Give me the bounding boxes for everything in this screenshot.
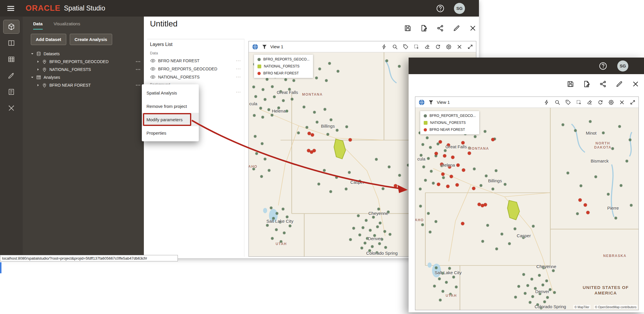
data-point-red[interactable] xyxy=(461,141,465,144)
filter-icon[interactable] xyxy=(428,99,434,105)
search-icon[interactable] xyxy=(392,44,398,50)
ellipsis-icon[interactable] xyxy=(235,89,241,95)
tree-item-national-forests[interactable]: NATIONAL_FORESTS xyxy=(23,65,144,73)
data-point-red[interactable] xyxy=(484,203,487,206)
datasets-table-icon[interactable] xyxy=(3,53,19,66)
data-point-red[interactable] xyxy=(472,187,475,190)
data-point-red[interactable] xyxy=(491,138,495,141)
rotate-icon[interactable] xyxy=(435,44,441,50)
globe-icon[interactable] xyxy=(252,43,259,50)
export-icon[interactable] xyxy=(420,24,428,32)
tree-item-bfro-reports-geocoded[interactable]: BFRO_REPORTS_GEOCODED xyxy=(23,58,144,65)
filter-icon[interactable] xyxy=(262,44,267,50)
data-point-red[interactable] xyxy=(313,149,316,152)
close-icon[interactable] xyxy=(619,99,625,105)
caret-down-icon[interactable] xyxy=(30,52,34,56)
help-icon[interactable] xyxy=(436,4,445,13)
eye-icon[interactable] xyxy=(150,66,156,72)
data-point-red[interactable] xyxy=(435,152,438,155)
menu-item-spatial-analysis[interactable]: Spatial Analysis xyxy=(142,86,199,99)
close-icon[interactable] xyxy=(469,24,477,32)
export-icon[interactable] xyxy=(583,80,591,88)
close-icon[interactable] xyxy=(457,44,462,50)
data-point-red[interactable] xyxy=(584,204,587,207)
rotate-icon[interactable] xyxy=(598,99,603,105)
gear-icon[interactable] xyxy=(446,44,452,50)
ellipsis-icon[interactable] xyxy=(135,67,141,72)
expand-icon[interactable] xyxy=(630,99,636,105)
data-point-red[interactable] xyxy=(348,138,352,142)
map-canvas[interactable]: Great FallsMONTANAHelenaculaMinotNORTH D… xyxy=(415,108,638,310)
ellipsis-icon[interactable] xyxy=(235,66,241,72)
edit-icon[interactable] xyxy=(453,24,460,32)
gear-icon[interactable] xyxy=(608,99,614,105)
ellipsis-icon[interactable] xyxy=(235,74,241,80)
tab-data[interactable]: Data xyxy=(33,21,43,30)
edit-icon[interactable] xyxy=(616,80,623,88)
tag-icon[interactable] xyxy=(403,44,409,50)
data-point-red[interactable] xyxy=(439,140,442,143)
tab-visualizations[interactable]: Visualizations xyxy=(54,21,80,30)
tag-icon[interactable] xyxy=(565,99,571,105)
ellipsis-icon[interactable] xyxy=(235,58,241,64)
add-dataset-button[interactable]: Add Dataset xyxy=(31,34,66,45)
bolt-icon[interactable] xyxy=(544,99,550,105)
globe-icon[interactable] xyxy=(418,99,425,106)
data-point-red[interactable] xyxy=(477,203,481,206)
data-point-red[interactable] xyxy=(443,154,446,158)
avatar[interactable]: SG xyxy=(454,3,465,14)
data-point-red[interactable] xyxy=(441,172,445,176)
close-icon[interactable] xyxy=(632,80,639,88)
marquee-select-icon[interactable] xyxy=(414,44,419,50)
share-icon[interactable] xyxy=(599,80,607,88)
caret-right-icon[interactable] xyxy=(36,60,40,64)
marquee-select-icon[interactable] xyxy=(576,99,582,105)
analysis-pen-icon[interactable] xyxy=(3,69,19,82)
menu-item-modify-parameters[interactable]: Modify parameters xyxy=(142,113,199,126)
search-icon[interactable] xyxy=(554,99,560,105)
share-icon[interactable] xyxy=(437,24,444,32)
data-point-red[interactable] xyxy=(308,132,311,135)
help-icon[interactable] xyxy=(599,62,607,70)
data-point-red[interactable] xyxy=(456,183,459,187)
eraser-icon[interactable] xyxy=(424,44,430,50)
layer-row-bfro-reports-geocoded[interactable]: BFRO_REPORTS_GEOCODED xyxy=(147,65,244,73)
data-point-red[interactable] xyxy=(394,184,397,188)
tree-group-datasets[interactable]: Datasets xyxy=(23,50,144,58)
eye-icon[interactable] xyxy=(150,74,156,80)
data-point-red[interactable] xyxy=(451,156,455,159)
eye-icon[interactable] xyxy=(150,58,156,64)
ellipsis-icon[interactable] xyxy=(135,59,141,65)
eraser-icon[interactable] xyxy=(587,99,593,105)
jobs-list-icon[interactable] xyxy=(3,85,19,99)
split-view-icon[interactable] xyxy=(3,36,19,50)
data-point-red[interactable] xyxy=(586,211,590,214)
expand-icon[interactable] xyxy=(467,44,473,50)
caret-right-icon[interactable] xyxy=(36,67,40,72)
data-point-red[interactable] xyxy=(461,222,464,225)
data-point-red[interactable] xyxy=(468,151,471,155)
data-point-red[interactable] xyxy=(457,164,460,167)
caret-down-icon[interactable] xyxy=(30,75,34,79)
save-icon[interactable] xyxy=(404,24,412,32)
map-project-icon[interactable] xyxy=(3,20,19,33)
hamburger-menu-icon[interactable] xyxy=(6,4,15,13)
tree-item-bfro-near-forest[interactable]: BFRO NEAR FOREST xyxy=(23,81,144,89)
data-point-red[interactable] xyxy=(437,183,440,186)
data-point-red[interactable] xyxy=(450,175,453,178)
ellipsis-icon[interactable] xyxy=(135,82,141,88)
caret-right-icon[interactable] xyxy=(36,83,40,87)
create-analysis-button[interactable]: Create Analysis xyxy=(70,34,112,45)
data-point-red[interactable] xyxy=(462,169,465,172)
save-icon[interactable] xyxy=(567,80,574,88)
layer-row-national-forests[interactable]: NATIONAL_FORESTS xyxy=(147,73,244,81)
layer-row-bfro-near-forest[interactable]: BFRO NEAR FOREST xyxy=(147,57,244,65)
tools-icon[interactable] xyxy=(3,101,19,115)
avatar[interactable]: SG xyxy=(617,60,628,72)
menu-item-remove-from-project[interactable]: Remove from project xyxy=(142,99,199,113)
data-point-red[interactable] xyxy=(578,198,582,201)
menu-item-properties[interactable]: Properties xyxy=(142,126,199,140)
tree-group-analyses[interactable]: Analyses xyxy=(23,73,144,81)
data-point-red[interactable] xyxy=(446,185,450,188)
bolt-icon[interactable] xyxy=(381,44,387,50)
